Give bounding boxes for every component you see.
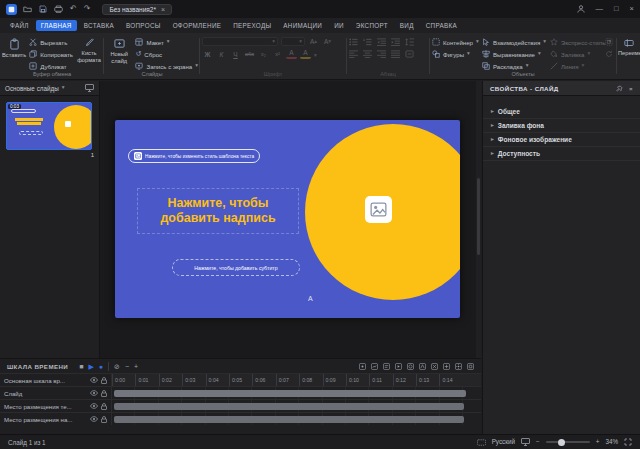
font-color-button[interactable]: А [286, 50, 297, 59]
no-selection-icon[interactable]: ⊘ [114, 363, 120, 370]
keyboard-language-icon[interactable] [477, 439, 486, 446]
timeline-tool-icon[interactable] [431, 363, 438, 370]
align-right-icon[interactable] [377, 50, 386, 58]
timeline-tool-icon[interactable] [359, 363, 366, 370]
tab-animations[interactable]: АНИМАЦИИ [278, 20, 327, 31]
timeline-tool-icon[interactable] [443, 363, 450, 370]
tab-design[interactable]: ОФОРМЛЕНИЕ [168, 20, 227, 31]
eye-icon[interactable] [90, 390, 98, 396]
zoom-slider[interactable] [546, 441, 590, 443]
zoom-in-timeline-icon[interactable]: + [134, 363, 138, 370]
numbered-list-icon[interactable] [363, 38, 372, 46]
align-center-icon[interactable] [363, 50, 372, 58]
tab-export[interactable]: ЭКСПОРТ [351, 20, 393, 31]
timeline-tool-icon[interactable] [371, 363, 378, 370]
text-direction-icon[interactable] [405, 50, 414, 58]
eye-icon[interactable] [90, 403, 98, 409]
tab-ai[interactable]: ИИ [329, 20, 349, 31]
zoom-out-icon[interactable]: − [536, 439, 540, 445]
timeline-tool-icon[interactable] [407, 363, 414, 370]
chevron-down-icon[interactable]: ▾ [314, 50, 317, 59]
properties-section-row[interactable]: ▸ Доступность [483, 147, 640, 161]
timeline-tool-icon[interactable] [395, 363, 402, 370]
tab-file[interactable]: ФАЙЛ [5, 20, 34, 31]
container-button[interactable]: Контейнер ▾ [432, 37, 478, 47]
increase-font-button[interactable]: А▴ [308, 37, 319, 47]
eye-icon[interactable] [90, 416, 98, 422]
line-spacing-icon[interactable] [405, 38, 414, 46]
layout-button[interactable]: Макет ▾ [135, 37, 198, 47]
document-close-icon[interactable]: × [161, 6, 165, 13]
fit-slide-icon[interactable] [521, 438, 530, 446]
vertical-scrollbar[interactable] [476, 81, 481, 358]
rotate-object-icon[interactable] [604, 49, 614, 59]
track-bar-slide[interactable] [114, 390, 466, 397]
tab-home[interactable]: ГЛАВНАЯ [36, 20, 77, 31]
properties-section-row[interactable]: ▸ Общее [483, 105, 640, 119]
align-left-icon[interactable] [349, 50, 358, 58]
tab-help[interactable]: СПРАВКА [421, 20, 462, 31]
slide-thumbnail-1[interactable]: 0:03 [6, 102, 92, 150]
tab-transitions[interactable]: ПЕРЕХОДЫ [228, 20, 276, 31]
timeline-tool-icon[interactable] [419, 363, 426, 370]
track-label-slide[interactable]: Слайд [0, 387, 112, 399]
timeline-ruler[interactable]: 0:000:010:020:030:040:050:060:070:080:09… [112, 374, 481, 386]
font-family-select[interactable]: ▾ [202, 37, 278, 46]
fit-to-window-icon[interactable] [624, 438, 632, 446]
rename-button[interactable]: Переимен... [618, 35, 640, 71]
close-button[interactable]: × [630, 5, 634, 13]
fill-button[interactable]: Заливка ▾ [550, 49, 600, 59]
zoom-level[interactable]: 34% [605, 439, 618, 445]
open-folder-icon[interactable] [23, 5, 32, 13]
redo-icon[interactable]: ↷ [84, 5, 91, 13]
font-size-select[interactable]: ▾ [281, 37, 305, 46]
slide-subtitle-placeholder[interactable]: Нажмите, чтобы добавить субтитр [172, 259, 300, 276]
quick-style-button[interactable]: Экспресс-стиль ▾ [550, 37, 600, 47]
alignment-button[interactable]: Выравнивание ▾ [482, 49, 546, 59]
track-bar-image-placeholder[interactable] [114, 416, 464, 423]
track-lane-image-placeholder[interactable] [112, 413, 481, 425]
slide[interactable]: Нажмите, чтобы изменить стиль шаблона те… [115, 120, 460, 318]
highlight-color-button[interactable]: А [300, 50, 311, 59]
properties-section-row[interactable]: ▸ Заливка фона [483, 119, 640, 133]
lock-icon[interactable] [101, 403, 107, 410]
track-label-text-placeholder[interactable]: Место размещения те... [0, 400, 112, 412]
maximize-button[interactable]: □ [614, 5, 619, 13]
copy-button[interactable]: Копировать [29, 49, 73, 59]
zoom-out-timeline-icon[interactable]: − [125, 363, 129, 370]
lock-icon[interactable] [101, 390, 107, 397]
increase-indent-icon[interactable] [391, 38, 400, 46]
scrollbar-thumb[interactable] [477, 178, 480, 256]
superscript-button[interactable]: х² [272, 50, 283, 60]
reset-button[interactable]: ↺ Сброс [135, 49, 198, 59]
language-indicator[interactable]: Русский [492, 439, 515, 445]
tab-questions[interactable]: ВОПРОСЫ [121, 20, 166, 31]
eye-icon[interactable] [90, 377, 98, 383]
new-slide-button[interactable]: Новый слайд [106, 35, 132, 71]
interactions-button[interactable]: Взаимодействия ▾ [482, 37, 546, 47]
slides-view-select[interactable]: Основные слайды [5, 85, 59, 92]
tab-insert[interactable]: ВСТАВКА [79, 20, 119, 31]
paste-button[interactable]: Вставить [2, 35, 26, 71]
record-icon[interactable]: ● [99, 363, 103, 370]
lock-icon[interactable] [101, 416, 107, 423]
screen-record-button[interactable]: Запись с экрана ▾ [135, 61, 198, 71]
track-label-image-placeholder[interactable]: Место размещения на... [0, 413, 112, 425]
track-lane-slide[interactable] [112, 387, 481, 399]
slide-canvas[interactable]: Нажмите, чтобы изменить стиль шаблона те… [100, 81, 481, 358]
play-icon[interactable]: ▶ [88, 363, 93, 370]
bold-button[interactable]: Ж [202, 50, 213, 60]
format-painter-button[interactable]: Кисть формата [76, 35, 102, 71]
group-objects-icon[interactable] [604, 37, 614, 47]
close-panel-icon[interactable]: × [629, 85, 633, 92]
bullet-list-icon[interactable] [349, 38, 358, 46]
decrease-font-button[interactable]: А▾ [322, 37, 333, 47]
tab-view[interactable]: ВИД [395, 20, 419, 31]
print-icon[interactable] [54, 5, 63, 13]
lock-icon[interactable] [101, 377, 107, 384]
subscript-button[interactable]: х₂ [258, 50, 269, 60]
underline-button[interactable]: Ч [230, 50, 241, 60]
italic-button[interactable]: К [216, 50, 227, 60]
slide-image-placeholder[interactable] [365, 196, 392, 223]
strikethrough-button[interactable]: абв [244, 50, 255, 60]
